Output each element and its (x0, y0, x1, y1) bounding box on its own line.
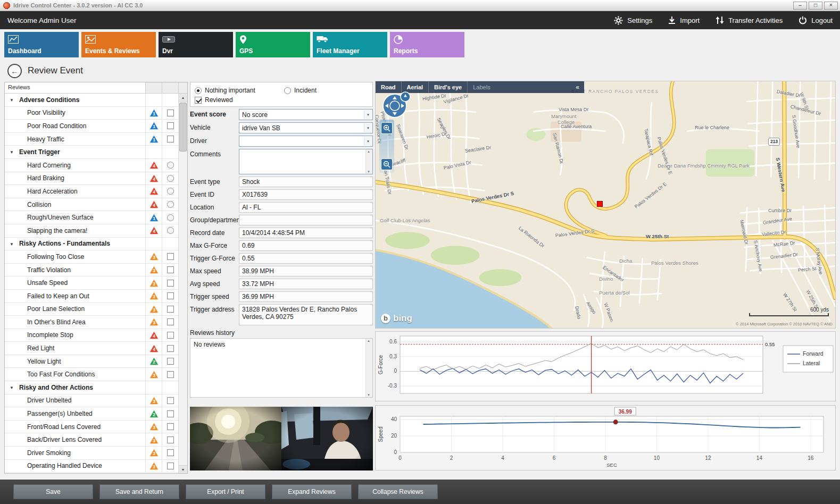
review-group-row[interactable]: ▼Event Trigger (5, 146, 178, 159)
event-location-marker[interactable] (597, 201, 603, 207)
map-collapse-button[interactable]: « (571, 83, 584, 91)
reviews-history-box[interactable]: No reviews (190, 338, 373, 398)
vehicle-select[interactable]: idrive Van SB▼ (239, 122, 373, 133)
save-button[interactable]: Save (13, 484, 93, 499)
nothing-important-option[interactable]: Nothing important (195, 87, 284, 94)
tab-gps[interactable]: GPS (236, 32, 310, 57)
svg-text:3: 3 (153, 307, 155, 313)
expand-reviews-button[interactable]: Expand Reviews (272, 484, 352, 499)
reviewed-label: Reviewed (205, 96, 233, 104)
scroll-up-icon[interactable]: ▲ (179, 94, 187, 102)
tab-reports[interactable]: Reports (390, 32, 464, 57)
svg-text:3: 3 (153, 294, 155, 299)
review-checkbox[interactable] (167, 345, 174, 352)
review-checkbox[interactable] (167, 292, 174, 299)
review-checkbox[interactable] (167, 449, 174, 456)
review-checkbox[interactable] (167, 266, 174, 273)
maximize-button[interactable]: □ (809, 2, 822, 10)
review-radio[interactable] (167, 188, 174, 195)
expander-icon[interactable]: ▼ (10, 150, 14, 155)
export-print-button[interactable]: Export / Print (186, 484, 265, 499)
expander-icon[interactable]: ▼ (10, 98, 14, 103)
checkbox-checked-icon[interactable] (195, 97, 202, 104)
review-checkbox[interactable] (167, 397, 174, 404)
review-checkbox[interactable] (167, 436, 174, 443)
review-checkbox[interactable] (167, 423, 174, 430)
select-cell (162, 433, 178, 446)
review-item-row: Back/Driver Lens Covered3 (5, 433, 178, 447)
transfer-activities-button[interactable]: Transfer Activities (716, 16, 783, 24)
bing-logo[interactable]: b bing (381, 313, 412, 324)
review-group-row[interactable]: ▼Adverse Conditions (5, 94, 178, 107)
radio-icon[interactable] (284, 87, 291, 94)
event-score-select[interactable]: No score▼ (239, 109, 373, 120)
scroll-down-icon[interactable]: ▼ (179, 465, 187, 473)
review-radio[interactable] (167, 162, 174, 169)
review-checkbox[interactable] (167, 306, 174, 313)
collapse-reviews-button[interactable]: Collapse Reviews (358, 484, 438, 499)
review-radio[interactable] (167, 201, 174, 208)
tab-dashboard[interactable]: Dashboard (4, 32, 79, 57)
tab-dvr[interactable]: Dvr (159, 32, 233, 57)
reviews-scrollbar[interactable]: ▲ ▼ (178, 94, 187, 473)
settings-button[interactable]: Settings (614, 16, 652, 25)
review-checkbox[interactable] (167, 318, 174, 325)
reviewed-option[interactable]: Reviewed (195, 96, 233, 104)
expander-icon[interactable]: ▼ (10, 242, 14, 247)
driver-camera-video[interactable] (281, 407, 373, 471)
minimize-button[interactable]: – (793, 2, 807, 10)
review-group-row[interactable]: ▼Risky Actions - Fundamentals (5, 238, 178, 251)
import-button[interactable]: Import (668, 16, 700, 24)
review-radio[interactable] (167, 227, 174, 234)
svg-text:1: 1 (153, 216, 155, 221)
logout-button[interactable]: Logout (799, 16, 833, 24)
review-checkbox[interactable] (167, 358, 174, 365)
review-checkbox[interactable] (167, 280, 174, 287)
selected-value: idrive Van SB (242, 124, 280, 132)
review-checkbox[interactable] (167, 410, 174, 417)
svg-text:4: 4 (153, 347, 155, 352)
history-scrollbar[interactable] (365, 339, 372, 397)
review-checkbox[interactable] (167, 122, 174, 129)
incident-option[interactable]: Incident (284, 87, 317, 94)
zoom-in-button[interactable] (381, 122, 393, 134)
back-button[interactable]: ← (7, 64, 22, 78)
road-camera-video[interactable] (190, 407, 281, 471)
svg-text:3: 3 (153, 320, 155, 325)
radio-selected-icon[interactable] (195, 87, 202, 94)
review-group-row[interactable]: ▼Risky and Other Actions (5, 381, 178, 394)
map-canvas[interactable] (376, 81, 835, 329)
review-item-row: Rough/Uneven Surface1 (5, 211, 178, 224)
review-radio[interactable] (167, 175, 174, 182)
map-view-labels[interactable]: Labels (467, 81, 495, 93)
driver-select[interactable]: ▼ (239, 136, 373, 147)
zoom-out-button[interactable] (381, 158, 393, 170)
map-view-birdseye[interactable]: Bird's eye (428, 81, 467, 93)
map-compass-control[interactable] (381, 90, 412, 122)
comments-textarea[interactable] (239, 149, 373, 174)
severity-3-triangle-icon: 3 (149, 449, 159, 457)
review-checkbox[interactable] (167, 110, 174, 116)
close-button[interactable]: × (824, 2, 838, 10)
review-checkbox[interactable] (167, 371, 174, 378)
severity-cell: 4 (145, 342, 162, 355)
bing-map[interactable]: EAST RANCHO PALOS VERDESMarymountCollege… (375, 81, 836, 329)
expander-icon[interactable]: ▼ (10, 385, 14, 390)
review-checkbox[interactable] (167, 253, 174, 260)
svg-text:0: 0 (394, 368, 397, 374)
review-checkbox[interactable] (167, 332, 174, 339)
tab-events-reviews[interactable]: Events & Reviews (81, 32, 156, 57)
review-checkbox[interactable] (167, 136, 174, 142)
select-cell (162, 329, 178, 342)
map-zoom-control[interactable] (379, 120, 394, 173)
scrollbar-thumb[interactable] (179, 103, 187, 152)
textarea-scrollbar[interactable] (365, 149, 372, 174)
review-checkbox[interactable] (167, 463, 174, 469)
select-cell (162, 238, 178, 250)
svg-text:4: 4 (153, 163, 155, 169)
tab-fleet-manager[interactable]: Fleet Manager (313, 32, 387, 57)
save-and-return-button[interactable]: Save and Return (99, 484, 179, 499)
chevron-down-icon: ▼ (364, 137, 372, 146)
severity-cell: 1 (145, 120, 162, 132)
review-radio[interactable] (167, 214, 174, 221)
